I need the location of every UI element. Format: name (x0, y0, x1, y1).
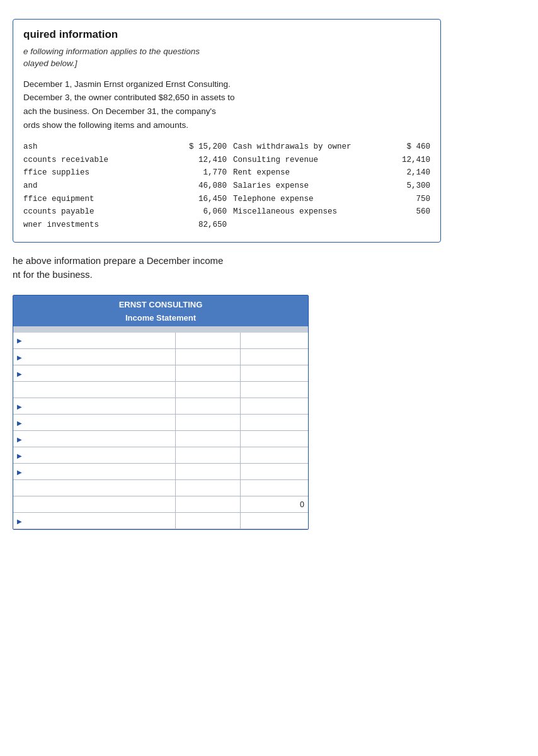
page-container: quired information e following informati… (13, 13, 525, 536)
label-cell[interactable]: ▶ (13, 447, 175, 464)
amount-cell-1[interactable] (175, 382, 240, 398)
income-statement-title: Income Statement (13, 312, 308, 326)
ar-value: 12,410 (189, 154, 227, 167)
amount-cell-2[interactable] (240, 447, 308, 464)
label-cell[interactable]: ▶ (13, 415, 175, 431)
table-row: ▶ (13, 431, 308, 447)
label-cell[interactable]: ▶ (13, 365, 175, 382)
amount-cell-1[interactable] (175, 496, 240, 513)
investments-label: wner investments (23, 219, 99, 232)
amount-cell-1[interactable] (175, 365, 240, 382)
data-left-col: ash $ 15,200 ccounts receivable 12,410 f… (23, 140, 227, 231)
amount-cell-1[interactable] (175, 447, 240, 464)
rent-label: Rent expense (233, 166, 290, 180)
label-cell[interactable]: ▶ (13, 431, 175, 447)
salaries-value: 5,300 (392, 180, 430, 193)
table-row: ▶ (13, 464, 308, 480)
amount-cell-2[interactable] (240, 398, 308, 415)
amount-cell-1[interactable] (175, 464, 240, 480)
investments-value: 82,650 (189, 219, 227, 232)
amount-cell-2-zero[interactable]: 0 (240, 496, 308, 513)
revenue-label: Consulting revenue (233, 154, 318, 167)
required-info-section: quired information e following informati… (13, 19, 441, 243)
table-row: ▶ (13, 333, 308, 349)
cash-label: ash (23, 140, 38, 154)
supplies-label: ffice supplies (23, 166, 89, 180)
data-item-revenue: Consulting revenue 12,410 (233, 154, 430, 167)
data-item-withdrawals: Cash withdrawals by owner $ 460 (233, 140, 430, 154)
land-label: and (23, 180, 38, 193)
amount-cell-2[interactable] (240, 333, 308, 349)
revenue-value: 12,410 (392, 154, 430, 167)
label-cell[interactable]: ▶ (13, 513, 175, 529)
data-item-supplies: ffice supplies 1,770 (23, 166, 227, 180)
arrow-icon: ▶ (17, 469, 22, 476)
required-title: quired information (23, 28, 430, 41)
amount-cell-2[interactable] (240, 513, 308, 529)
supplies-value: 1,770 (189, 166, 227, 180)
data-item-ar: ccounts receivable 12,410 (23, 154, 227, 167)
income-statement-wrapper: ERNST CONSULTING Income Statement ▶ ▶ (13, 295, 309, 530)
amount-cell-2[interactable] (240, 415, 308, 431)
table-row: ▶ (13, 365, 308, 382)
amount-cell-1[interactable] (175, 398, 240, 415)
question-text: he above information prepare a December … (13, 254, 525, 282)
misc-value: 560 (392, 205, 430, 219)
amount-cell-1[interactable] (175, 431, 240, 447)
salaries-label: Salaries expense (233, 180, 309, 193)
withdrawals-value: $ 460 (392, 140, 430, 154)
zero-display: 0 (300, 500, 304, 509)
data-item-misc: Miscellaneous expenses 560 (233, 205, 430, 219)
arrow-icon: ▶ (17, 420, 22, 427)
amount-cell-2[interactable] (240, 431, 308, 447)
table-row: ▶ (13, 398, 308, 415)
telephone-label: Telephone expense (233, 193, 314, 206)
telephone-value: 750 (392, 193, 430, 206)
equipment-label: ffice equipment (23, 193, 94, 206)
label-cell[interactable] (13, 480, 175, 496)
data-item-land: and 46,080 (23, 180, 227, 193)
data-item-cash: ash $ 15,200 (23, 140, 227, 154)
arrow-icon: ▶ (17, 452, 22, 459)
cash-value: $ 15,200 (189, 140, 227, 154)
arrow-icon: ▶ (17, 518, 22, 525)
label-cell[interactable]: ▶ (13, 464, 175, 480)
amount-cell-1[interactable] (175, 349, 240, 365)
arrow-icon: ▶ (17, 436, 22, 443)
data-item-salaries: Salaries expense 5,300 (233, 180, 430, 193)
data-row: ash $ 15,200 ccounts receivable 12,410 f… (23, 140, 430, 231)
amount-cell-2[interactable] (240, 464, 308, 480)
label-cell[interactable] (13, 382, 175, 398)
is-divider (13, 326, 308, 333)
amount-cell-1[interactable] (175, 513, 240, 529)
income-statement-table: ▶ ▶ ▶ (13, 333, 308, 530)
label-cell[interactable]: ▶ (13, 398, 175, 415)
withdrawals-label: Cash withdrawals by owner (233, 140, 352, 154)
amount-cell-2[interactable] (240, 365, 308, 382)
ar-label: ccounts receivable (23, 154, 108, 167)
arrow-icon: ▶ (17, 354, 22, 361)
amount-cell-2[interactable] (240, 480, 308, 496)
table-row: 0 (13, 496, 308, 513)
ap-label: ccounts payable (23, 205, 94, 219)
amount-cell-2[interactable] (240, 382, 308, 398)
data-item-telephone: Telephone expense 750 (233, 193, 430, 206)
equipment-value: 16,450 (189, 193, 227, 206)
table-row: ▶ (13, 447, 308, 464)
table-row: ▶ (13, 415, 308, 431)
misc-label: Miscellaneous expenses (233, 205, 337, 219)
amount-cell-1[interactable] (175, 480, 240, 496)
amount-cell-1[interactable] (175, 333, 240, 349)
arrow-icon: ▶ (17, 337, 22, 344)
table-row: ▶ (13, 349, 308, 365)
data-table: ash $ 15,200 ccounts receivable 12,410 f… (23, 140, 430, 231)
label-cell[interactable] (13, 496, 175, 513)
required-body: December 1, Jasmin Ernst organized Ernst… (23, 77, 430, 132)
amount-cell-1[interactable] (175, 415, 240, 431)
data-right-col: Cash withdrawals by owner $ 460 Consulti… (227, 140, 430, 231)
rent-value: 2,140 (392, 166, 430, 180)
amount-cell-2[interactable] (240, 349, 308, 365)
label-cell[interactable]: ▶ (13, 349, 175, 365)
label-cell[interactable]: ▶ (13, 333, 175, 349)
subtitle-line1: e following information applies to the q… (23, 47, 200, 56)
